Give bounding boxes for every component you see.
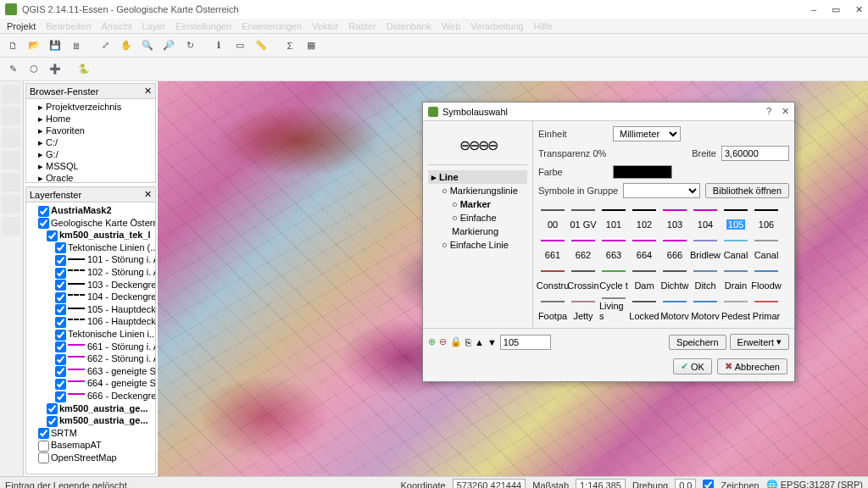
- browser-item[interactable]: ▸ Projektverzeichnis: [28, 101, 153, 113]
- browser-item[interactable]: ▸ MSSQL: [28, 160, 153, 172]
- layer-checkbox[interactable]: [55, 330, 66, 341]
- render-checkbox[interactable]: [703, 480, 714, 488]
- layer-checkbox[interactable]: [47, 416, 58, 427]
- extended-button[interactable]: Erweitert ▾: [730, 334, 789, 350]
- symbol-cell[interactable]: 103: [660, 202, 689, 231]
- move-up-icon[interactable]: ▲: [475, 337, 484, 347]
- symbol-cell[interactable]: Ditch: [691, 263, 720, 292]
- layer-checkbox[interactable]: [55, 255, 66, 266]
- open-library-button[interactable]: Bibliothek öffnen: [705, 183, 789, 198]
- layer-checkbox[interactable]: [55, 354, 66, 365]
- menu-item[interactable]: Layer: [142, 21, 166, 31]
- add-db-icon[interactable]: [2, 129, 20, 147]
- layer-item[interactable]: 104 - Deckengrenz...: [28, 291, 153, 303]
- layer-checkbox[interactable]: [55, 242, 66, 253]
- symbol-cell[interactable]: 661: [538, 233, 567, 262]
- symbol-tree-item[interactable]: ○ Markierungslinie: [428, 184, 527, 197]
- layer-item[interactable]: 103 - Deckengrenz...: [28, 279, 153, 291]
- layer-item[interactable]: km500_austria_ge...: [28, 414, 153, 427]
- refresh-icon[interactable]: ↻: [181, 36, 199, 55]
- symbol-cell[interactable]: 00: [538, 202, 567, 231]
- identify-icon[interactable]: ℹ: [209, 36, 228, 55]
- layer-checkbox[interactable]: [55, 379, 66, 390]
- browser-item[interactable]: ▸ Favoriten: [28, 125, 153, 136]
- symbol-cell[interactable]: Living s: [599, 294, 628, 323]
- symbol-cell[interactable]: 662: [569, 233, 598, 262]
- new-project-icon[interactable]: 🗋: [3, 36, 22, 55]
- layer-checkbox[interactable]: [38, 206, 49, 217]
- symbol-cell[interactable]: Footpa: [538, 294, 567, 323]
- panel-close-icon[interactable]: ✕: [144, 86, 152, 97]
- layer-item[interactable]: km500_austria_ge...: [28, 402, 153, 415]
- menu-item[interactable]: Ansicht: [101, 21, 131, 31]
- save-style-button[interactable]: Speichern: [669, 335, 726, 350]
- measure-icon[interactable]: 📏: [252, 36, 270, 55]
- layer-item[interactable]: 661 - Störung i. Allg...: [28, 341, 153, 353]
- symbol-cell[interactable]: 106: [752, 202, 781, 231]
- symbol-cell[interactable]: 102: [630, 202, 659, 231]
- symbol-cell[interactable]: 666: [660, 233, 689, 262]
- symbol-name-input[interactable]: [500, 335, 551, 350]
- symbol-cell[interactable]: 664: [630, 233, 659, 262]
- layer-item[interactable]: 666 - Deckengrenz...: [28, 390, 153, 402]
- zoom-out-icon[interactable]: 🔎: [159, 36, 178, 55]
- symbol-cell[interactable]: Jetty: [569, 294, 598, 323]
- layer-checkbox[interactable]: [38, 441, 49, 452]
- layer-item[interactable]: 102 - Störung i. Allg...: [28, 266, 153, 279]
- open-icon[interactable]: 📂: [25, 36, 43, 55]
- select-icon[interactable]: ▭: [231, 36, 249, 55]
- layer-checkbox[interactable]: [55, 341, 66, 352]
- menu-item[interactable]: Projekt: [7, 21, 36, 31]
- menu-item[interactable]: Einstellungen: [175, 21, 231, 31]
- close-icon[interactable]: ✕: [855, 4, 863, 15]
- edit-toggle-icon[interactable]: ✎: [3, 60, 22, 79]
- add-wms-icon[interactable]: [2, 151, 20, 169]
- unit-select[interactable]: Millimeter: [613, 126, 681, 141]
- menu-item[interactable]: Raster: [348, 21, 376, 31]
- color-swatch[interactable]: [613, 165, 672, 179]
- symbol-tree-item[interactable]: ○ Einfache Markierung: [428, 211, 527, 238]
- coord-value[interactable]: 573260,421444: [453, 479, 526, 489]
- cancel-button[interactable]: ✖Abbrechen: [717, 358, 787, 374]
- symbol-tree-item[interactable]: ○ Marker: [428, 197, 527, 211]
- layer-checkbox[interactable]: [55, 366, 66, 377]
- rotation-value[interactable]: 0,0: [675, 479, 696, 489]
- layer-item[interactable]: 101 - Störung i. Allg...: [28, 253, 153, 266]
- symbol-cell[interactable]: Pedest: [721, 294, 750, 323]
- layer-checkbox[interactable]: [55, 292, 66, 303]
- symbol-cell[interactable]: Canal: [752, 233, 781, 262]
- symbol-cell[interactable]: Drain: [721, 263, 750, 292]
- menu-item[interactable]: Vektor: [312, 21, 338, 31]
- browser-item[interactable]: ▸ Oracle: [28, 172, 153, 182]
- add-symbol-icon[interactable]: ⊕: [428, 336, 436, 347]
- symbol-cell[interactable]: Primar: [752, 294, 781, 323]
- add-csv-icon[interactable]: [2, 173, 20, 191]
- layer-checkbox[interactable]: [55, 280, 66, 291]
- symbol-cell[interactable]: Bridlew: [691, 233, 720, 262]
- layer-item[interactable]: km500_austria_tek_l: [28, 229, 153, 241]
- pan-icon[interactable]: ✋: [117, 36, 136, 55]
- layer-item[interactable]: 662 - Störung i. Allg...: [28, 352, 153, 365]
- layer-item[interactable]: OpenStreetMap: [28, 452, 153, 464]
- layer-checkbox[interactable]: [38, 218, 49, 229]
- symbol-cell[interactable]: 01 GV: [569, 202, 598, 231]
- layer-checkbox[interactable]: [55, 317, 66, 328]
- table-icon[interactable]: ▦: [302, 36, 320, 55]
- node-tool-icon[interactable]: ⬡: [25, 60, 43, 79]
- layer-item[interactable]: SRTM: [28, 427, 153, 440]
- add-vector-icon[interactable]: [2, 85, 20, 103]
- symbol-cell[interactable]: Floodw: [752, 263, 781, 292]
- layer-checkbox[interactable]: [38, 452, 49, 463]
- dialog-close-icon[interactable]: ✕: [782, 106, 789, 117]
- add-feature-icon[interactable]: ➕: [46, 60, 64, 79]
- save-as-icon[interactable]: 🗎: [67, 36, 86, 55]
- symbol-tree-item[interactable]: ▸ Line: [428, 170, 527, 184]
- symbol-cell[interactable]: 663: [599, 233, 628, 262]
- browser-item[interactable]: ▸ Home: [28, 113, 153, 125]
- menu-item[interactable]: Bearbeiten: [46, 21, 91, 31]
- symbol-cell[interactable]: Motorv: [660, 294, 689, 323]
- crs-badge[interactable]: 🌐 EPSG:31287 (SRP): [766, 480, 863, 488]
- symbol-cell[interactable]: 105: [721, 202, 750, 231]
- move-down-icon[interactable]: ▼: [487, 337, 497, 347]
- duplicate-icon[interactable]: ⎘: [465, 337, 471, 347]
